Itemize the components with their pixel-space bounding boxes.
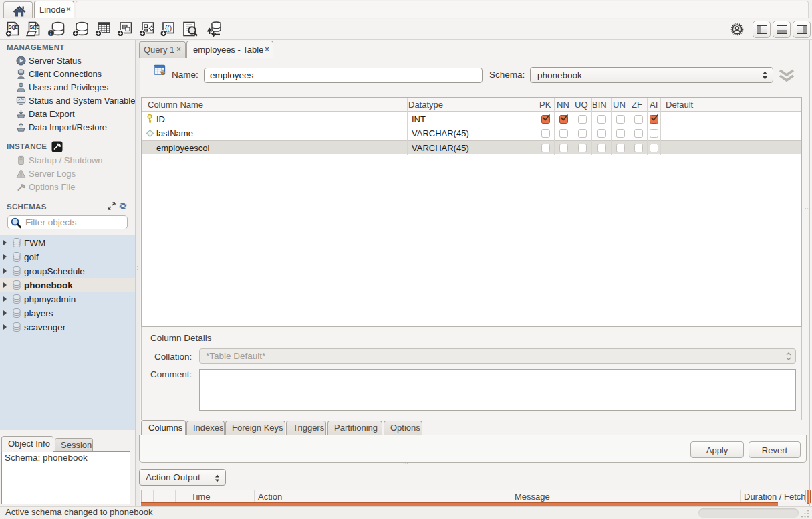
svg-text:SQL: SQL bbox=[9, 25, 19, 30]
svg-text:{(): {() bbox=[165, 25, 172, 32]
svg-text:SQL: SQL bbox=[30, 25, 40, 30]
